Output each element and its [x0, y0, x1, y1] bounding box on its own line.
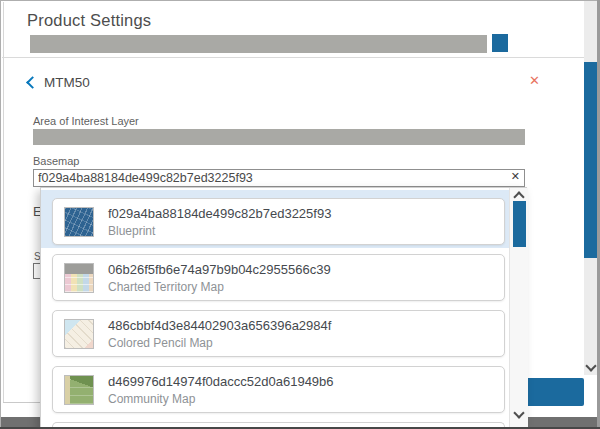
basemap-input[interactable] — [33, 169, 525, 187]
basemap-list-item[interactable]: 486cbbf4d3e84402903a656396a2984f Colored… — [52, 310, 505, 357]
back-chevron-icon — [26, 76, 39, 89]
header-accent-square — [492, 34, 508, 52]
basemap-item-list: f029a4ba88184de499c82b7ed3225f93 Bluepri… — [41, 188, 509, 429]
breadcrumb-label: MTM50 — [44, 75, 90, 90]
basemap-field: ✕ — [33, 168, 525, 186]
basemap-item-texts: f029a4ba88184de499c82b7ed3225f93 Bluepri… — [108, 206, 331, 238]
basemap-list-item[interactable]: f029a4ba88184de499c82b7ed3225f93 Bluepri… — [52, 198, 505, 245]
window-scrollbar[interactable] — [584, 1, 597, 375]
basemap-thumbnail — [64, 207, 94, 237]
window-left-border — [0, 0, 1, 429]
header-placeholder-bar — [30, 35, 487, 53]
aoi-layer-label: Area of Interest Layer — [33, 115, 139, 127]
basemap-item-id: 486cbbf4d3e84402903a656396a2984f — [108, 318, 331, 333]
scroll-down-icon[interactable] — [585, 360, 596, 371]
primary-action-button[interactable] — [521, 378, 584, 406]
clear-input-icon[interactable]: ✕ — [511, 170, 520, 183]
header-divider — [2, 57, 584, 58]
basemap-item-texts: 486cbbf4d3e84402903a656396a2984f Colored… — [108, 318, 331, 350]
dropdown-scrollbar-thumb[interactable] — [513, 201, 526, 247]
basemap-item-name: Colored Pencil Map — [108, 336, 331, 350]
dropdown-scroll-down-icon[interactable] — [513, 407, 524, 418]
window-scrollbar-thumb[interactable] — [584, 62, 597, 258]
window-top-border — [0, 0, 600, 1]
close-icon[interactable]: ✕ — [529, 74, 540, 88]
basemap-list-item[interactable]: d469976d14974f0daccc52d0a61949b6 Communi… — [52, 366, 505, 413]
basemap-label: Basemap — [33, 155, 79, 167]
basemap-list-item[interactable]: 06b26f5fb6e74a97b9b04c2955566c39 Charted… — [52, 254, 505, 301]
dialog-left-border — [3, 2, 4, 403]
basemap-thumbnail — [64, 319, 94, 349]
breadcrumb-back[interactable]: MTM50 — [28, 73, 90, 91]
basemap-item-texts: 06b26f5fb6e74a97b9b04c2955566c39 Charted… — [108, 262, 331, 294]
aoi-layer-placeholder-bar[interactable] — [33, 129, 525, 145]
page-title: Product Settings — [27, 11, 151, 30]
basemap-item-name: Community Map — [108, 392, 334, 406]
basemap-item-id: f029a4ba88184de499c82b7ed3225f93 — [108, 206, 331, 221]
basemap-thumbnail — [64, 263, 94, 293]
basemap-dropdown: f029a4ba88184de499c82b7ed3225f93 Bluepri… — [40, 187, 527, 429]
basemap-item-id: 06b26f5fb6e74a97b9b04c2955566c39 — [108, 262, 331, 277]
basemap-item-name: Blueprint — [108, 224, 331, 238]
basemap-item-name: Charted Territory Map — [108, 280, 331, 294]
dropdown-scrollbar[interactable] — [509, 188, 528, 429]
basemap-item-texts: d469976d14974f0daccc52d0a61949b6 Communi… — [108, 374, 334, 406]
basemap-item-id: d469976d14974f0daccc52d0a61949b6 — [108, 374, 334, 389]
basemap-thumbnail — [64, 375, 94, 405]
